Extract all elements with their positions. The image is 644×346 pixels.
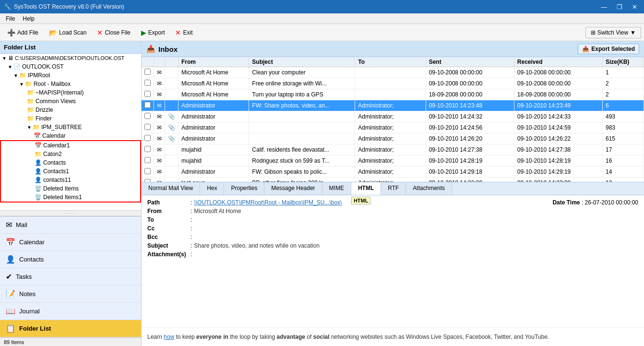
tab-mime[interactable]: MIME xyxy=(322,182,351,195)
tree-item-deleted-items[interactable]: 🗑️ Deleted Items xyxy=(1,184,140,193)
table-row[interactable]: ✉ Microsoft At Home Free online storage … xyxy=(142,78,644,89)
tree-hscroll[interactable]: · · · · · xyxy=(0,210,141,216)
row-checkbox[interactable] xyxy=(142,111,154,122)
tab-properties[interactable]: Properties xyxy=(224,182,264,195)
path-value[interactable]: \\OUTLOOK.OST\IPMRoot\Root - Mailbox\IPM… xyxy=(194,199,342,206)
switch-view-label: Switch View xyxy=(597,29,628,36)
tree-item-root-mailbox[interactable]: ▼ 📁 Root - Mailbox xyxy=(0,80,141,88)
nav-journal[interactable]: 📖 Journal xyxy=(0,303,141,320)
tree-item-calendar[interactable]: 📅 Calendar xyxy=(0,131,141,140)
tab-spacer xyxy=(452,182,644,195)
row-icon1: ✉ xyxy=(154,122,165,133)
nav-notes[interactable]: 📝 Notes xyxy=(0,286,141,303)
table-row[interactable]: ✉ test-anup BP, other firms facing 300 l… xyxy=(142,178,644,182)
table-row[interactable]: ✉ Microsoft At Home Turn your laptop int… xyxy=(142,89,644,100)
row-checkbox[interactable] xyxy=(142,100,154,111)
tree-label-contacts1: Contacts1 xyxy=(43,168,69,175)
col-size[interactable]: Size(KB) xyxy=(603,57,644,67)
nav-calendar[interactable]: 📅 Calendar xyxy=(0,234,141,251)
tree-item-contacts[interactable]: 👤 Contacts xyxy=(1,158,140,167)
table-row[interactable]: ✉ Administrator FW: Share photos, video,… xyxy=(142,100,644,111)
table-row[interactable]: ✉ Administrator FW: Gibson speaks to pol… xyxy=(142,167,644,178)
tab-message-header[interactable]: Message Header xyxy=(264,182,322,195)
row-checkbox[interactable] xyxy=(142,155,154,167)
row-checkbox[interactable] xyxy=(142,67,154,78)
row-sent: 09-10-2010 14:24:56 xyxy=(426,122,514,133)
row-icon1: ✉ xyxy=(154,111,165,122)
menu-help[interactable]: Help xyxy=(19,14,38,23)
table-row[interactable]: ✉ mujahid Calif. residents flee devastat… xyxy=(142,144,644,155)
maximize-button[interactable]: ❐ xyxy=(614,2,625,12)
menu-file[interactable]: File xyxy=(2,14,19,23)
row-size: 6 xyxy=(603,100,644,111)
tab-attachments[interactable]: Attachments xyxy=(406,182,452,195)
tree-item-drizzle[interactable]: 📁 Drizzle xyxy=(0,106,141,114)
table-row[interactable]: ✉ mujahid Rodriguez stuck on 599 as T...… xyxy=(142,155,644,167)
left-panel: Folder List ▼ 🖥 C:\USERS\ADMIN\DESKTOP\O… xyxy=(0,41,142,346)
preview-to-row: To : xyxy=(147,216,638,223)
tree-item-mapisp[interactable]: 📁 ~MAPISP(Internal) xyxy=(0,88,141,97)
email-table-container[interactable]: From Subject To Sent Received Size(KB) ✉… xyxy=(142,57,644,182)
table-row[interactable]: ✉ 📎 Administrator Administrator; 09-10-2… xyxy=(142,133,644,144)
preview-attachments-row: Attachment(s) : xyxy=(147,251,638,258)
nav-tasks[interactable]: ✔ Tasks xyxy=(0,268,141,286)
col-to[interactable]: To xyxy=(355,57,426,67)
tree-item-contacts1[interactable]: 👤 Contacts1 xyxy=(1,167,140,176)
tab-hex[interactable]: Hex xyxy=(200,182,224,195)
row-checkbox[interactable] xyxy=(142,122,154,133)
col-subject[interactable]: Subject xyxy=(249,57,355,67)
col-from[interactable]: From xyxy=(179,57,249,67)
switch-view-button[interactable]: ⊞ Switch View ▼ xyxy=(585,27,641,38)
tree-item-ipmroot[interactable]: ▼ 📁 IPMRoot xyxy=(0,71,141,80)
tree-label-caton2: Caton2 xyxy=(43,151,62,157)
add-file-button[interactable]: ➕ Add File xyxy=(3,26,43,39)
row-checkbox[interactable] xyxy=(142,133,154,144)
row-checkbox[interactable] xyxy=(142,78,154,89)
row-attachment-icon xyxy=(165,89,179,100)
tab-html[interactable]: HTML HTML xyxy=(351,182,381,195)
tree-item-deleted-items1[interactable]: 🗑️ Deleted Items1 xyxy=(1,193,140,202)
minimize-button[interactable]: — xyxy=(598,2,610,12)
nav-mail[interactable]: ✉ Mail xyxy=(0,216,141,234)
row-checkbox[interactable] xyxy=(142,167,154,178)
tree-item-ipm-subtree[interactable]: ▼ 📁 IPM_SUBTREE xyxy=(0,123,141,131)
row-from: Microsoft At Home xyxy=(179,67,249,78)
col-received[interactable]: Received xyxy=(514,57,602,67)
exit-icon: ✕ xyxy=(175,29,181,36)
tree-item-ost-path[interactable]: ▼ 🖥 C:\USERS\ADMIN\DESKTOP\OUTLOOK.OST xyxy=(0,54,141,62)
tree-item-caton2[interactable]: 📁 Caton2 xyxy=(1,150,140,158)
row-attachment-icon: 📎 xyxy=(165,111,179,122)
row-checkbox[interactable] xyxy=(142,89,154,100)
row-checkbox[interactable] xyxy=(142,144,154,155)
row-received: 09-10-2010 14:24:59 xyxy=(514,122,602,133)
table-row[interactable]: ✉ Microsoft At Home Clean your computer … xyxy=(142,67,644,78)
tree-label-calendar: Calendar xyxy=(42,132,66,139)
tree-item-finder[interactable]: 📁 Finder xyxy=(0,114,141,123)
row-from: Administrator xyxy=(179,122,249,133)
export-selected-button[interactable]: 📤 Export Selected xyxy=(578,44,639,54)
tab-rtf[interactable]: RTF xyxy=(381,182,406,195)
tab-normal-mail-view[interactable]: Normal Mail View xyxy=(142,182,200,195)
table-row[interactable]: ✉ 📎 Administrator Administrator; 09-10-2… xyxy=(142,111,644,122)
tree-item-outlook-ost[interactable]: ▼ 📄 OUTLOOK.OST xyxy=(0,62,141,71)
tree-item-contacts11[interactable]: 👤 contacts11 xyxy=(1,176,140,184)
body-link-how[interactable]: how xyxy=(164,334,174,340)
nav-contacts[interactable]: 👤 Contacts xyxy=(0,251,141,268)
row-checkbox[interactable] xyxy=(142,178,154,182)
window-controls[interactable]: — ❐ ✕ xyxy=(598,2,640,12)
close-file-button[interactable]: ✕ Close File xyxy=(93,26,134,39)
folder-tree[interactable]: ▼ 🖥 C:\USERS\ADMIN\DESKTOP\OUTLOOK.OST ▼… xyxy=(0,54,141,210)
col-sent[interactable]: Sent xyxy=(426,57,514,67)
calendar-icon: 📅 xyxy=(34,132,41,139)
row-from: Microsoft At Home xyxy=(179,89,249,100)
tree-item-common-views[interactable]: 📁 Common Views xyxy=(0,97,141,106)
nav-folder-list[interactable]: 📋 Folder List xyxy=(0,320,141,337)
tree-item-calendar1[interactable]: 📅 Calendar1 xyxy=(1,141,140,150)
load-scan-button[interactable]: 📂 Load Scan xyxy=(45,26,91,39)
export-button[interactable]: ▶ Export xyxy=(137,26,169,39)
close-button[interactable]: ✕ xyxy=(629,2,640,12)
exit-button[interactable]: ✕ Exit xyxy=(171,26,197,39)
switch-view-arrow: ▼ xyxy=(630,29,636,36)
to-label: To xyxy=(147,216,191,223)
table-row[interactable]: ✉ 📎 Administrator Administrator; 09-10-2… xyxy=(142,122,644,133)
